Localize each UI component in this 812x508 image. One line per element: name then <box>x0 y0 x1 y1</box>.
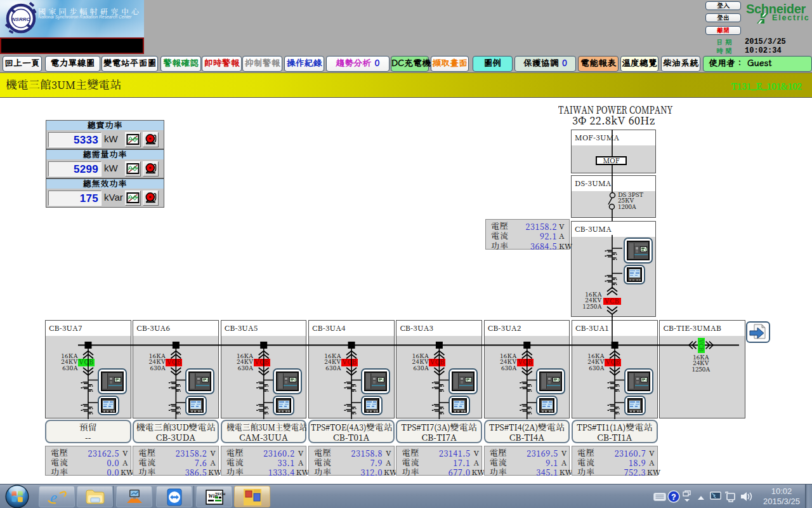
svg-text:NSRRC: NSRRC <box>12 17 30 22</box>
svg-text:?: ? <box>671 493 676 502</box>
svg-text:TECH: TECH <box>215 492 225 496</box>
